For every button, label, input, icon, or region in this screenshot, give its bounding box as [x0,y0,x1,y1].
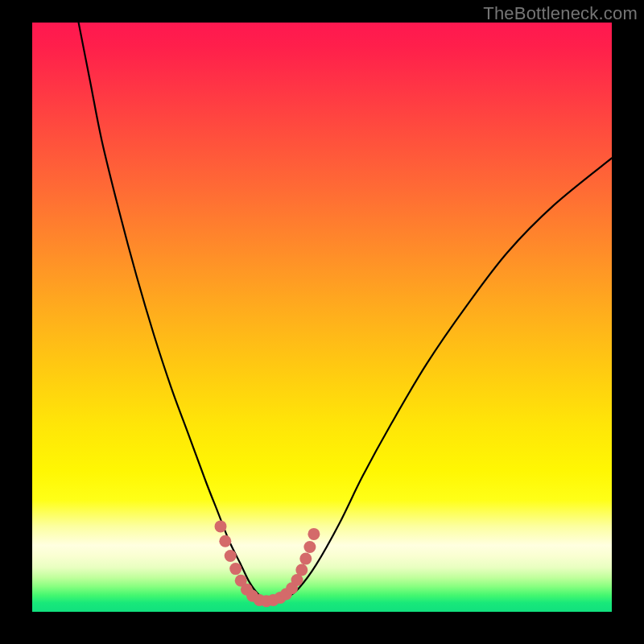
highlight-dot [303,541,316,553]
chart-container: TheBottleneck.com [0,0,644,644]
plot-area [32,23,612,612]
highlight-dot [295,564,308,576]
highlight-dot [225,550,237,562]
highlight-dot [308,528,320,540]
highlight-dot [299,553,312,565]
highlight-dot [219,535,231,547]
highlight-dots [215,520,320,607]
curve-layer [32,23,612,612]
highlight-dot [215,520,227,532]
bottleneck-curve [79,23,612,601]
highlight-dot [229,563,242,575]
watermark-text: TheBottleneck.com [483,3,638,24]
